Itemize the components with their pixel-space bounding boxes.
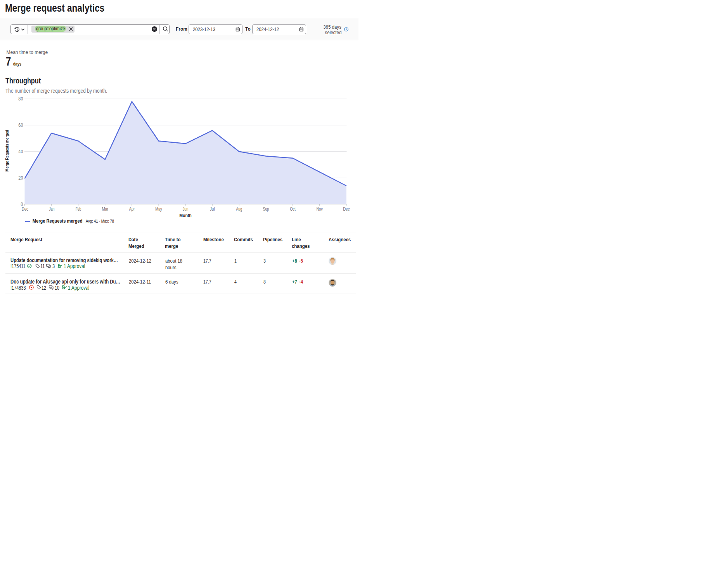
svg-text:20: 20 [18,175,23,181]
svg-text:Mar: Mar [102,206,109,212]
svg-text:60: 60 [18,123,23,128]
svg-text:Oct: Oct [290,206,296,212]
svg-text:May: May [155,206,162,212]
svg-text:Aug: Aug [236,206,242,212]
svg-text:Dec: Dec [343,206,350,212]
svg-text:Nov: Nov [316,206,322,212]
svg-text:Avg: 41 · Max: 78: Avg: 41 · Max: 78 [86,219,114,223]
svg-text:Merge Requests merged: Merge Requests merged [5,130,9,172]
svg-text:Sep: Sep [263,206,269,212]
svg-text:Jun: Jun [183,206,189,212]
svg-text:80: 80 [18,96,23,102]
svg-text:40: 40 [18,149,23,154]
svg-text:Apr: Apr [129,206,135,212]
svg-text:Jan: Jan [49,206,54,212]
svg-text:Feb: Feb [76,206,81,212]
svg-text:Dec: Dec [22,206,28,212]
svg-text:Jul: Jul [210,206,215,212]
svg-text:Merge Requests merged: Merge Requests merged [33,218,83,224]
svg-text:Month: Month [179,213,192,218]
